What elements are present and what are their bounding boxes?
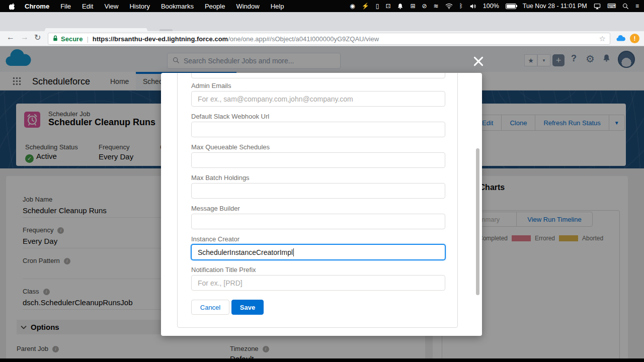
flash-status-icon[interactable]: ⚡	[362, 3, 369, 9]
menu-clock[interactable]: Tue Nov 28 - 11:01 PM	[523, 3, 587, 10]
apple-menu-icon[interactable]	[9, 3, 16, 10]
url-path: /one/one.app#/sObject/a041I000000yG9ZQAU…	[228, 35, 379, 43]
text-cursor	[293, 248, 294, 256]
browser-tab-strip: Scheduler Cleanup Runs | Sale × Santhosh	[0, 12, 644, 31]
back-button[interactable]: ←	[7, 33, 15, 42]
instance-creator-input[interactable]: SchedulerInstanceCreatorImpl	[191, 244, 445, 260]
browser-toolbar: ← → ↻ Secure | https://brsanthu-dev-ed.l…	[0, 31, 644, 46]
menu-chrome[interactable]: Chrome	[25, 3, 49, 10]
bookmark-star-icon[interactable]: ☆	[599, 34, 606, 43]
modal-close-icon[interactable]	[472, 55, 485, 68]
menu-people[interactable]: People	[205, 3, 225, 10]
notification-prefix-label: Notification Title Prefix	[191, 266, 256, 274]
volume-icon[interactable]	[469, 3, 476, 10]
menu-file[interactable]: File	[60, 3, 71, 10]
admin-emails-label: Admin Emails	[191, 82, 231, 89]
message-builder-label: Message Builder	[191, 205, 240, 212]
cancel-button[interactable]: Cancel	[191, 300, 229, 315]
admin-emails-input[interactable]	[191, 91, 445, 107]
url-host: https://brsanthu-dev-ed.lightning.force.…	[93, 35, 228, 43]
max-queueable-label: Max Queueable Schedules	[191, 143, 270, 151]
menu-window[interactable]: Window	[236, 3, 259, 10]
max-batch-holdings-input[interactable]	[191, 183, 445, 199]
menu-bookmarks[interactable]: Bookmarks	[161, 3, 194, 10]
slack-webhook-label: Default Slack Webhook Url	[191, 113, 269, 120]
spotlight-icon[interactable]	[622, 3, 629, 10]
airplay-icon[interactable]	[594, 3, 601, 10]
secure-lock-icon[interactable]	[52, 35, 58, 43]
clipped-top-field[interactable]	[191, 73, 445, 78]
reload-button[interactable]: ↻	[34, 33, 41, 42]
warning-extension-icon[interactable]: !	[630, 34, 639, 43]
macos-menu-bar: Chrome File Edit View History Bookmarks …	[0, 0, 644, 12]
audio-app-status-icon[interactable]: ⊞	[410, 3, 415, 9]
device-status-icon[interactable]: ▯	[376, 3, 379, 9]
modal-scrollbar-thumb[interactable]	[476, 148, 479, 295]
save-button[interactable]: Save	[231, 300, 264, 315]
notification-bell-icon[interactable]	[397, 3, 404, 10]
battery-percent: 100%	[483, 3, 499, 10]
wifi-icon[interactable]	[445, 3, 453, 9]
screenshot-status-icon[interactable]: ⊡	[385, 3, 390, 9]
battery-icon	[506, 4, 516, 9]
settings-modal: Admin Emails Default Slack Webhook Url M…	[161, 73, 482, 336]
menu-help[interactable]: Help	[271, 3, 284, 10]
camera-status-icon[interactable]: ◉	[350, 3, 355, 9]
omnibox-divider: |	[87, 35, 88, 43]
screen: Chrome File Edit View History Bookmarks …	[0, 0, 644, 362]
menu-edit[interactable]: Edit	[82, 3, 93, 10]
menu-view[interactable]: View	[104, 3, 118, 10]
menu-history[interactable]: History	[129, 3, 149, 10]
slack-webhook-input[interactable]	[191, 122, 445, 137]
secure-label: Secure	[61, 35, 83, 43]
forward-button[interactable]: →	[21, 33, 29, 42]
notification-prefix-input[interactable]	[191, 275, 445, 291]
address-bar[interactable]: Secure | https://brsanthu-dev-ed.lightni…	[48, 33, 610, 45]
docker-status-icon[interactable]: ≋	[434, 3, 439, 9]
message-builder-input[interactable]	[191, 214, 445, 229]
cloud-extension-icon[interactable]	[616, 34, 625, 43]
do-not-disturb-icon[interactable]: ⊘	[422, 3, 427, 9]
bluetooth-icon[interactable]: ᛒ	[459, 3, 463, 9]
instance-creator-label: Instance Creator	[191, 235, 239, 243]
menu-list-icon[interactable]: ≡	[635, 3, 639, 9]
max-queueable-input[interactable]	[191, 152, 445, 168]
keyboard-icon[interactable]: ⌨	[607, 3, 616, 9]
page-viewport: Search Scheduler Jobs and more... ★ ▾ + …	[0, 46, 644, 362]
max-batch-holdings-label: Max Batch Holdings	[191, 174, 250, 182]
